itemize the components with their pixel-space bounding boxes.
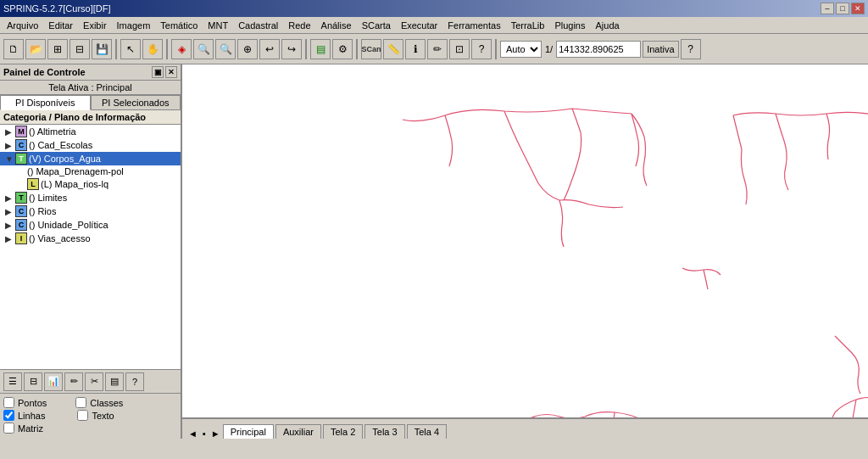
- menu-item-arquivo[interactable]: Arquivo: [2, 19, 43, 32]
- tree-item[interactable]: ▶C() Rios: [0, 204, 181, 218]
- menu-item-mnt[interactable]: MNT: [203, 19, 233, 32]
- linhas-checkbox[interactable]: [3, 410, 14, 421]
- panel-close-button[interactable]: ✕: [165, 66, 177, 78]
- sep3: [305, 39, 307, 59]
- matriz-checkbox[interactable]: [3, 423, 14, 434]
- edit2-button[interactable]: ✏: [64, 372, 83, 391]
- tree-item[interactable]: ▶T() Limites: [0, 191, 181, 204]
- menu-item-terralib[interactable]: TerraLib: [506, 19, 550, 32]
- menu-item-exibir[interactable]: Exibir: [78, 19, 112, 32]
- tree-node-icon: T: [15, 153, 27, 165]
- erase-button[interactable]: ✂: [85, 372, 103, 391]
- tree-item-label: (L) Mapa_rios-lq: [41, 179, 108, 189]
- menu-item-análise[interactable]: Análise: [316, 19, 357, 32]
- tab-principal[interactable]: Principal: [223, 424, 274, 439]
- tab-pi-disponiveis[interactable]: PI Disponíveis: [0, 95, 91, 110]
- settings-button[interactable]: ⚙: [332, 39, 353, 59]
- tab-pi-selecionados[interactable]: PI Selecionados: [91, 95, 181, 109]
- tab-auxiliar[interactable]: Auxiliar: [275, 424, 321, 439]
- texto-label: Texto: [92, 411, 114, 421]
- tree-item[interactable]: ▶C() Unidade_Política: [0, 218, 181, 232]
- tree-arrow-icon: ▶: [5, 207, 15, 216]
- tree-item[interactable]: ▼T(V) Corpos_Agua: [0, 152, 181, 165]
- hand-button[interactable]: ✋: [142, 39, 163, 59]
- layers2-button[interactable]: ▤: [105, 372, 124, 391]
- menu-item-plugins[interactable]: Plugins: [549, 19, 590, 32]
- tree-arrow-icon: ▶: [5, 141, 15, 150]
- redo-button[interactable]: ↪: [281, 39, 302, 59]
- tree-node-icon: T: [15, 192, 27, 204]
- table2-button[interactable]: ⊟: [24, 372, 42, 391]
- draw-button[interactable]: ◈: [171, 39, 192, 59]
- panel-restore-button[interactable]: ▣: [152, 66, 164, 78]
- help2-button[interactable]: ?: [125, 372, 144, 391]
- tree-item-label: (V) Corpos_Agua: [29, 154, 101, 164]
- menu-item-imagem[interactable]: Imagem: [112, 19, 156, 32]
- close-button[interactable]: ✕: [851, 3, 865, 14]
- tree-node-icon: C: [15, 139, 27, 151]
- menu-item-temático[interactable]: Temático: [155, 19, 203, 32]
- menu-item-rede[interactable]: Rede: [283, 19, 315, 32]
- menu-bar: ArquivoEditarExibirImagemTemáticoMNTCada…: [0, 17, 868, 34]
- edit-button[interactable]: ✏: [427, 39, 448, 59]
- grid-button[interactable]: ⊞: [47, 39, 68, 59]
- minimize-button[interactable]: –: [821, 3, 834, 14]
- sep5: [495, 39, 497, 59]
- toolbar: 🗋 📂 ⊞ ⊟ 💾 ↖ ✋ ◈ 🔍 🔍 ⊕ ↩ ↪ ▤ ⚙ SCan 📏 ℹ ✏…: [0, 34, 868, 64]
- tree-item[interactable]: L(L) Mapa_rios-lq: [0, 177, 181, 191]
- tree-content: ▶M() Altimetria▶C() Cad_Escolas▼T(V) Cor…: [0, 125, 181, 369]
- help-button[interactable]: ?: [681, 39, 701, 59]
- layer-button[interactable]: ▤: [310, 39, 331, 59]
- status-bar: [182, 417, 868, 418]
- tree-item[interactable]: () Mapa_Drenagem-pol: [0, 165, 181, 177]
- chart-button[interactable]: 📊: [44, 372, 63, 391]
- menu-item-editar[interactable]: Editar: [43, 19, 78, 32]
- texto-checkbox[interactable]: [77, 410, 88, 421]
- auto-select[interactable]: Auto: [500, 41, 542, 58]
- maximize-button[interactable]: □: [836, 3, 849, 14]
- pontos-checkbox[interactable]: [3, 397, 14, 408]
- title-bar: SPRING-5.2.7[Curso][DF] – □ ✕: [0, 0, 868, 17]
- table-button[interactable]: ⊟: [70, 39, 90, 59]
- classes-checkbox[interactable]: [75, 397, 86, 408]
- cursor-button[interactable]: ↖: [120, 39, 141, 59]
- tab-tela4[interactable]: Tela 4: [407, 424, 447, 439]
- tab-tela2[interactable]: Tela 2: [323, 424, 363, 439]
- checkboxes-area: Pontos Classes Linhas Texto Matriz: [0, 393, 181, 439]
- menu-item-scarta[interactable]: SCarta: [357, 19, 396, 32]
- menu-item-ajuda[interactable]: Ajuda: [590, 19, 624, 32]
- tree-arrow-icon: ▼: [5, 154, 15, 164]
- pontos-label: Pontos: [18, 398, 47, 408]
- coord-input[interactable]: [556, 41, 641, 58]
- menu-item-ferramentas[interactable]: Ferramentas: [442, 19, 505, 32]
- measure-button[interactable]: 📏: [383, 39, 403, 59]
- nav-prev-button[interactable]: ◄: [186, 428, 200, 439]
- menu-item-executar[interactable]: Executar: [396, 19, 442, 32]
- zoom-fit-button[interactable]: ⊕: [237, 39, 258, 59]
- tree-header: Categoria / Plano de Informação: [0, 110, 181, 125]
- tree-item[interactable]: ▶I() Vias_acesso: [0, 232, 181, 245]
- tree-item-label: () Mapa_Drenagem-pol: [27, 166, 124, 176]
- control-panel: Painel de Controle ▣ ✕ Tela Ativa : Prin…: [0, 64, 182, 439]
- tree-item[interactable]: ▶C() Cad_Escolas: [0, 138, 181, 152]
- node-button[interactable]: ⊡: [449, 39, 470, 59]
- tree-arrow-icon: ▶: [5, 221, 15, 230]
- menu-item-cadastral[interactable]: Cadastral: [233, 19, 283, 32]
- tab-tela3[interactable]: Tela 3: [364, 424, 404, 439]
- linhas-row: Linhas Texto: [3, 410, 177, 421]
- active-table-label: Tela Ativa : Principal: [0, 81, 181, 95]
- info-button[interactable]: ℹ: [405, 39, 426, 59]
- tree-item[interactable]: ▶M() Altimetria: [0, 125, 181, 138]
- nav-next-button[interactable]: ►: [209, 428, 223, 439]
- tree-node-icon: M: [15, 126, 27, 137]
- open-button[interactable]: 📂: [25, 39, 46, 59]
- map-canvas[interactable]: ◄ ▪ ► Principal Auxiliar Tela 2 Tela 3 T…: [182, 64, 868, 439]
- undo-button[interactable]: ↩: [259, 39, 280, 59]
- question-button[interactable]: ?: [471, 39, 492, 59]
- list-button[interactable]: ☰: [3, 372, 22, 391]
- save-button[interactable]: 💾: [92, 39, 112, 59]
- zoom-out-button[interactable]: 🔍: [215, 39, 236, 59]
- scan-button[interactable]: SCan: [361, 39, 381, 59]
- zoom-in-button[interactable]: 🔍: [193, 39, 214, 59]
- new-button[interactable]: 🗋: [3, 39, 24, 59]
